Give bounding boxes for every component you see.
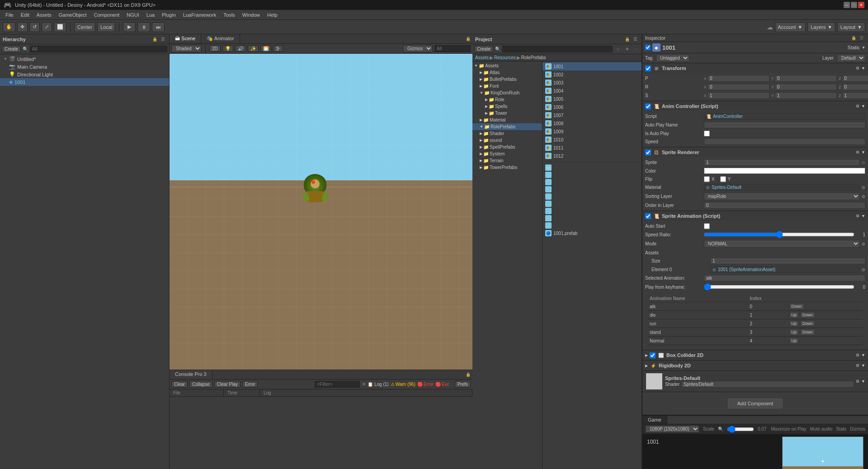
transform-menu-icon[interactable]: ▼ [861,66,865,70]
file-1007[interactable]: 🎭 1007 [542,111,642,119]
tree-item-assets[interactable]: ▼ 📁 Assets [472,62,542,69]
sprite-animation-enable-checkbox[interactable] [645,213,651,219]
file-1001-prefab[interactable]: 🔵 1001.prefab [542,229,642,237]
rotation-y-input[interactable] [775,84,837,90]
rigidbody-header[interactable]: ▶ ⚡ Rigidbody 2D ⚙ ▼ [642,361,868,371]
maximize-button[interactable]: □ [851,2,857,8]
static-dropdown-icon[interactable]: ▼ [862,46,865,50]
project-menu-icon[interactable]: ☰ [632,36,639,43]
file-extra-8[interactable] [542,215,642,222]
breadcrumb-roleprefabs[interactable]: RolePrefabs [521,55,546,60]
game-resolution-dropdown[interactable]: 1080P (1920x1080) [645,425,699,433]
menu-file[interactable]: File [2,11,17,19]
file-extra-1[interactable]: ◇ [542,164,642,171]
box-collider-settings-icon[interactable]: ⚙ [856,353,859,357]
breadcrumb-resources[interactable]: Resources [494,55,516,60]
transform-scale-button[interactable]: ⤢ [42,22,52,32]
tree-item-terrain[interactable]: ▶ 📁 Terrain [472,157,542,164]
tree-item-bulletprefabs[interactable]: ▶ 📁 BulletPrefabs [472,76,542,83]
hierarchy-item-directional-light[interactable]: 💡 Directional Light [0,70,169,78]
project-star-icon[interactable]: ☆ [614,46,622,53]
scene-light-button[interactable]: 💡 [222,45,233,52]
project-create-button[interactable]: Create [474,46,493,52]
sprite-animation-menu-icon[interactable]: ▼ [861,214,865,218]
menu-edit[interactable]: Edit [17,11,33,19]
tree-item-roleprefabs[interactable]: ▼ 📁 RolePrefabs [472,123,542,130]
pivot-button[interactable]: Center [74,22,95,32]
position-z-input[interactable] [842,75,868,82]
sprites-default-settings-icon[interactable]: ⚙ [856,379,859,384]
mode-select[interactable]: NORMAL [704,240,860,248]
file-1012[interactable]: 🎭 1012 [542,152,642,160]
transform-settings-icon[interactable]: ⚙ [856,66,859,70]
account-dropdown[interactable]: Account ▼ [775,22,806,32]
tree-item-towerprefabs[interactable]: ▶ 📁 TowerPrefabs [472,164,542,171]
hierarchy-item-untitled[interactable]: ▼ 🎬 Untitled* [0,55,169,63]
step-button[interactable]: ⏭ [152,22,165,32]
hierarchy-item-1001[interactable]: ◆ 1001 [0,78,169,86]
close-button[interactable]: ✕ [858,2,864,8]
sprite-input[interactable] [704,159,860,166]
hierarchy-create-button[interactable]: Create [2,46,21,52]
rotation-x-input[interactable] [708,84,769,90]
element0-target-icon[interactable]: ⊙ [862,267,865,272]
file-1009[interactable]: 🎭 1009 [542,127,642,136]
menu-plugin[interactable]: Plugin [158,11,179,19]
game-scale-slider[interactable] [727,426,754,433]
console-clear-button[interactable]: Clear [171,381,188,388]
file-1002[interactable]: 🎭 1002 [542,70,642,79]
menu-ngui[interactable]: NGUI [123,11,143,19]
file-1004[interactable]: 🎭 1004 [542,87,642,95]
project-filter-icon[interactable]: ⋯ [632,46,640,53]
file-1005[interactable]: 🎭 1005 [542,95,642,103]
color-swatch[interactable] [704,168,865,174]
console-clearplay-button[interactable]: Clear Play [214,381,241,388]
sprite-animation-header[interactable]: 📜 Sprite Animation (Script) ⚙ ▼ [642,211,868,221]
scene-skybox-button[interactable]: 🌅 [260,45,271,52]
play-button[interactable]: ▶ [123,22,136,32]
menu-assets[interactable]: Assets [33,11,55,19]
scale-z-input[interactable] [842,92,868,99]
box-collider-menu-icon[interactable]: ▼ [861,353,865,357]
inspector-enabled-checkbox[interactable] [645,45,651,50]
transform-move-button[interactable]: ✥ [17,22,28,32]
auto-start-checkbox[interactable] [704,223,710,229]
sprite-renderer-enable-checkbox[interactable] [645,150,651,155]
tree-item-sound[interactable]: ▶ 📁 sound [472,137,542,144]
tab-animator[interactable]: 🎭 Animator [201,34,240,43]
menu-window[interactable]: Window [239,11,264,19]
layers-dropdown[interactable]: Layers ▼ [807,22,835,32]
console-lock-icon[interactable]: 🔒 [464,371,472,378]
layout-dropdown[interactable]: Layout ▼ [837,22,865,32]
mode-target-icon[interactable]: ⊙ [862,242,865,246]
scene-lock-icon[interactable]: 🔒 [464,35,472,42]
console-filter-clear[interactable]: ✕ [362,381,366,387]
anim-stand-up-btn[interactable]: Up [789,329,799,335]
pause-button[interactable]: ⏸ [137,22,150,32]
menu-gameobject[interactable]: GameObject [55,11,90,19]
add-component-button[interactable]: Add Component [728,399,783,408]
console-prefs-button[interactable]: Prefs [455,381,471,388]
menu-luaframework[interactable]: LuaFramework [179,11,220,19]
anim-die-up-btn[interactable]: Up [789,312,799,318]
tree-item-kingdomrush[interactable]: ▼ 📁 KingDomRush [472,89,542,96]
anim-stand-down-btn[interactable]: Down [800,329,815,335]
menu-lua[interactable]: Lua [143,11,158,19]
shader-input[interactable] [681,381,854,388]
tab-scene[interactable]: 🏔 Scene [170,34,201,43]
gizmos-dropdown[interactable]: Gizmos [403,45,433,52]
project-eye-icon[interactable]: 👁 [623,46,631,53]
sprites-default-header[interactable]: Sprites-Default Shader ⚙ ▼ [642,371,868,392]
anim-controller-enable-checkbox[interactable] [645,103,651,109]
component-transform-header[interactable]: ⊞ Transform ⚙ ▼ [642,63,868,73]
speed-ratio-slider[interactable] [704,231,854,238]
flip-x-checkbox[interactable] [704,176,710,182]
anim-controller-settings-icon[interactable]: ⚙ [856,104,859,108]
transform-rotate-button[interactable]: ↺ [29,22,40,32]
sorting-layer-select[interactable]: mapRole [704,192,860,200]
console-collapse-button[interactable]: Collapse [189,381,212,388]
tree-item-role[interactable]: ▶ 📁 Role [472,96,542,103]
tree-item-material[interactable]: ▶ 📁 Material [472,117,542,123]
sprite-obj-ref[interactable]: ⊙ [862,160,865,165]
space-button[interactable]: Local [97,22,115,32]
